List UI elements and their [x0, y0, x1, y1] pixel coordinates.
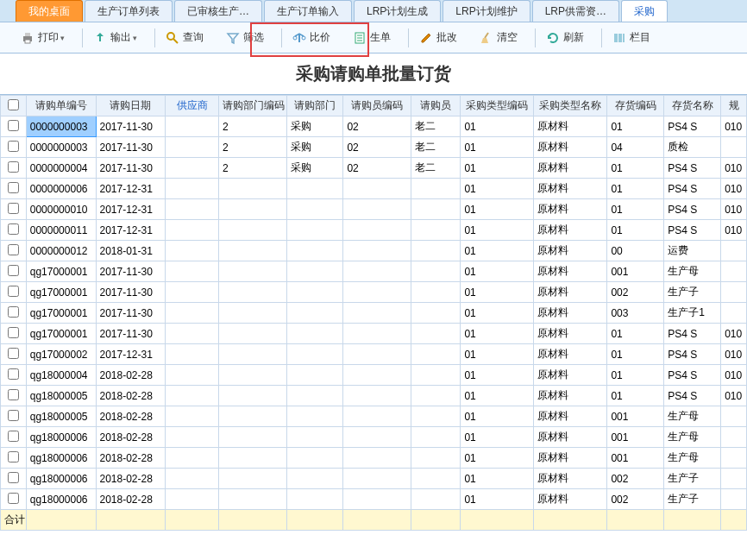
row-select-cell[interactable] — [1, 261, 27, 282]
cell[interactable]: 2017-11-30 — [96, 261, 166, 282]
cell[interactable]: 01 — [461, 324, 534, 344]
table-row[interactable]: qg180000052018-02-2801原材料001生产母 — [1, 406, 747, 427]
cell[interactable]: 02 — [343, 116, 411, 137]
cell[interactable]: qg17000001 — [26, 261, 96, 282]
cell[interactable] — [166, 386, 219, 406]
row-select-cell[interactable] — [1, 179, 27, 199]
cell[interactable] — [286, 220, 343, 241]
cell[interactable] — [218, 365, 286, 386]
cell[interactable] — [166, 489, 219, 510]
cell[interactable] — [411, 261, 461, 282]
cell[interactable]: 01 — [461, 137, 534, 158]
cell[interactable] — [166, 116, 219, 137]
data-grid-wrapper[interactable]: 请购单编号请购日期供应商请购部门编码请购部门请购员编码请购员采购类型编码采购类型… — [0, 95, 747, 560]
cell[interactable]: 003 — [607, 303, 664, 324]
cell[interactable]: 01 — [461, 261, 534, 282]
cell[interactable] — [286, 469, 343, 489]
row-select-cell[interactable] — [1, 199, 27, 220]
cell[interactable]: 生产子 — [664, 489, 721, 510]
cell[interactable]: PS4 S — [664, 386, 721, 406]
cell[interactable]: 04 — [607, 137, 664, 158]
row-select-cell[interactable] — [1, 303, 27, 324]
cell[interactable] — [286, 199, 343, 220]
cell[interactable]: 01 — [461, 427, 534, 448]
cell[interactable] — [166, 324, 219, 344]
cell[interactable]: 01 — [461, 241, 534, 261]
cell[interactable] — [218, 427, 286, 448]
cell[interactable] — [286, 448, 343, 469]
cell[interactable] — [166, 241, 219, 261]
cell[interactable]: 01 — [607, 116, 664, 137]
row-select-cell[interactable] — [1, 448, 27, 469]
cell[interactable]: qg17000001 — [26, 303, 96, 324]
cell[interactable]: 2 — [218, 137, 286, 158]
cell[interactable] — [411, 469, 461, 489]
cell[interactable] — [218, 199, 286, 220]
row-checkbox[interactable] — [8, 141, 19, 152]
cell[interactable]: 原材料 — [534, 469, 607, 489]
row-checkbox[interactable] — [8, 244, 19, 255]
cell[interactable] — [411, 282, 461, 303]
row-select-cell[interactable] — [1, 137, 27, 158]
cell[interactable]: 原材料 — [534, 199, 607, 220]
cell[interactable] — [721, 261, 747, 282]
cell[interactable] — [721, 489, 747, 510]
row-select-cell[interactable] — [1, 282, 27, 303]
cell[interactable] — [166, 427, 219, 448]
row-select-cell[interactable] — [1, 406, 27, 427]
cell[interactable]: 01 — [607, 324, 664, 344]
cell[interactable]: 01 — [461, 406, 534, 427]
cell[interactable]: 原材料 — [534, 137, 607, 158]
cell[interactable]: 01 — [461, 365, 534, 386]
cell[interactable] — [286, 344, 343, 365]
refresh-button[interactable]: 刷新 — [541, 28, 589, 47]
cell[interactable] — [286, 241, 343, 261]
cell[interactable]: 010 — [721, 158, 747, 179]
row-checkbox[interactable] — [8, 182, 19, 193]
cell[interactable] — [343, 469, 411, 489]
cell[interactable]: 原材料 — [534, 116, 607, 137]
cell[interactable]: PS4 S — [664, 179, 721, 199]
cell[interactable]: 01 — [461, 282, 534, 303]
row-checkbox[interactable] — [8, 451, 19, 462]
cell[interactable]: 原材料 — [534, 386, 607, 406]
cell[interactable] — [166, 406, 219, 427]
table-row[interactable]: 00000000122018-01-3101原材料00运费 — [1, 241, 747, 261]
cell[interactable] — [166, 179, 219, 199]
cell[interactable]: 生产母 — [664, 427, 721, 448]
cell[interactable] — [286, 324, 343, 344]
cell[interactable] — [411, 220, 461, 241]
table-row[interactable]: 00000000112017-12-3101原材料01PS4 S010 — [1, 220, 747, 241]
cell[interactable] — [343, 220, 411, 241]
cell[interactable] — [218, 344, 286, 365]
column-header[interactable]: 供应商 — [166, 96, 219, 116]
cell[interactable] — [343, 365, 411, 386]
cell[interactable]: 2018-02-28 — [96, 406, 166, 427]
cell[interactable] — [286, 365, 343, 386]
cell[interactable]: 采购 — [286, 158, 343, 179]
cell[interactable]: PS4 S — [664, 324, 721, 344]
cell[interactable] — [218, 220, 286, 241]
row-checkbox[interactable] — [8, 368, 19, 380]
tab-LRP计划生成[interactable]: LRP计划生成 — [354, 0, 441, 22]
cell[interactable]: 001 — [607, 448, 664, 469]
cell[interactable]: 0000000006 — [26, 179, 96, 199]
row-checkbox[interactable] — [8, 223, 19, 235]
tab-LRP供需资…[interactable]: LRP供需资… — [532, 0, 619, 22]
cell[interactable]: 01 — [461, 303, 534, 324]
cell[interactable]: 原材料 — [534, 344, 607, 365]
table-row[interactable]: 00000000042017-11-302采购02老二01原材料01PS4 S0… — [1, 158, 747, 179]
cell[interactable]: 原材料 — [534, 158, 607, 179]
table-row[interactable]: qg170000012017-11-3001原材料002生产子 — [1, 282, 747, 303]
cell[interactable]: 原材料 — [534, 448, 607, 469]
cell[interactable]: 01 — [461, 344, 534, 365]
row-select-cell[interactable] — [1, 220, 27, 241]
cell[interactable]: 生产母 — [664, 261, 721, 282]
cell[interactable] — [721, 469, 747, 489]
cell[interactable]: 01 — [461, 386, 534, 406]
cell[interactable]: 01 — [607, 365, 664, 386]
cell[interactable] — [166, 220, 219, 241]
row-checkbox[interactable] — [8, 120, 19, 131]
select-all-checkbox[interactable] — [8, 99, 19, 110]
cell[interactable] — [343, 261, 411, 282]
